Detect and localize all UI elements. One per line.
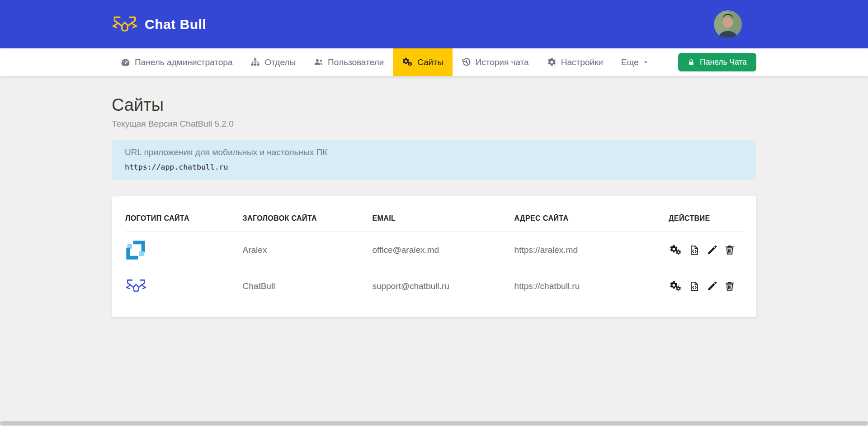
nav-item-label: Настройки — [561, 57, 603, 67]
app-url-infobox: URL приложения для мобильных и настольны… — [112, 140, 756, 180]
nav-item-departments[interactable]: Отделы — [241, 48, 305, 76]
nav-item-settings[interactable]: Настройки — [538, 48, 612, 76]
site-address-cell: https://aralex.md — [514, 232, 669, 268]
col-header-site-title: ЗАГОЛОВОК САЙТА — [243, 198, 373, 232]
trash-icon[interactable] — [724, 281, 735, 292]
dashboard-icon — [121, 57, 130, 67]
nav-item-sites[interactable]: Сайты — [393, 48, 452, 76]
pencil-icon[interactable] — [707, 245, 717, 256]
gears-icon[interactable] — [669, 245, 682, 256]
nav-item-label: Пользователи — [328, 57, 384, 67]
chatbull-bull-logo — [125, 275, 243, 297]
col-header-email: EMAIL — [372, 198, 514, 232]
departments-icon — [250, 57, 260, 67]
nav-item-label: Панель администратора — [135, 57, 232, 67]
history-icon — [462, 57, 471, 67]
gear-icon — [547, 57, 557, 67]
gears-icon[interactable] — [669, 281, 682, 292]
brand-name: Chat Bull — [145, 17, 206, 32]
table-header-row: ЛОГОТИП САЙТА ЗАГОЛОВОК САЙТА EMAIL АДРЕ… — [125, 198, 743, 232]
horizontal-scrollbar-thumb[interactable] — [0, 421, 868, 426]
site-email-cell: support@chatbull.ru — [372, 268, 514, 304]
site-email-cell: office@aralex.md — [372, 232, 514, 268]
pencil-icon[interactable] — [707, 281, 717, 292]
caret-down-icon — [642, 59, 649, 66]
users-icon — [314, 57, 323, 67]
nav-items: Панель администратора Отделы Пользовател… — [112, 48, 658, 76]
row-actions — [669, 245, 743, 256]
lock-icon — [688, 59, 695, 66]
bull-logo-icon — [112, 15, 138, 33]
row-actions — [669, 281, 743, 292]
sites-table: ЛОГОТИП САЙТА ЗАГОЛОВОК САЙТА EMAIL АДРЕ… — [125, 198, 743, 304]
page-title: Сайты — [112, 96, 756, 115]
code-file-icon[interactable] — [689, 281, 700, 292]
chat-panel-button-label: Панель Чата — [700, 57, 747, 67]
code-file-icon[interactable] — [689, 245, 700, 256]
version-subtitle: Текущая Версия ChatBull 5.2.0 — [112, 119, 756, 129]
nav-item-admin-panel[interactable]: Панель администратора — [112, 48, 241, 76]
site-title-cell: ChatBull — [243, 268, 373, 304]
site-address-cell: https://chatbull.ru — [514, 268, 669, 304]
sites-table-card: ЛОГОТИП САЙТА ЗАГОЛОВОК САЙТА EMAIL АДРЕ… — [112, 196, 756, 317]
nav-item-users[interactable]: Пользователи — [305, 48, 393, 76]
trash-icon[interactable] — [724, 245, 735, 256]
nav-item-label: История чата — [476, 57, 529, 67]
nav-item-chat-history[interactable]: История чата — [453, 48, 538, 76]
chat-panel-button[interactable]: Панель Чата — [678, 53, 756, 71]
nav-item-label: Сайты — [417, 57, 443, 67]
site-title-cell: Aralex — [243, 232, 373, 268]
col-header-site-address: АДРЕС САЙТА — [514, 198, 669, 232]
table-row: Aralex office@aralex.md https://aralex.m… — [125, 232, 743, 268]
gears-icon — [402, 57, 413, 67]
col-header-action: ДЕЙСТВИЕ — [669, 198, 743, 232]
main-navbar: Панель администратора Отделы Пользовател… — [0, 48, 868, 76]
app-url-label: URL приложения для мобильных и настольны… — [125, 147, 743, 157]
nav-item-label: Еще — [621, 57, 639, 67]
avatar-photo — [714, 10, 742, 38]
horizontal-scrollbar — [0, 421, 868, 426]
app-url-value: https://app.chatbull.ru — [125, 163, 743, 171]
nav-item-more-dropdown[interactable]: Еще — [612, 48, 658, 76]
aralex-logo — [125, 239, 243, 261]
table-row: ChatBull support@chatbull.ru https://cha… — [125, 268, 743, 304]
brand-logo[interactable]: Chat Bull — [112, 15, 206, 33]
main-content: Сайты Текущая Версия ChatBull 5.2.0 URL … — [0, 76, 868, 317]
col-header-site-logo: ЛОГОТИП САЙТА — [125, 198, 243, 232]
app-header: Chat Bull — [0, 0, 868, 48]
nav-item-label: Отделы — [264, 57, 296, 67]
user-avatar[interactable] — [714, 10, 742, 38]
